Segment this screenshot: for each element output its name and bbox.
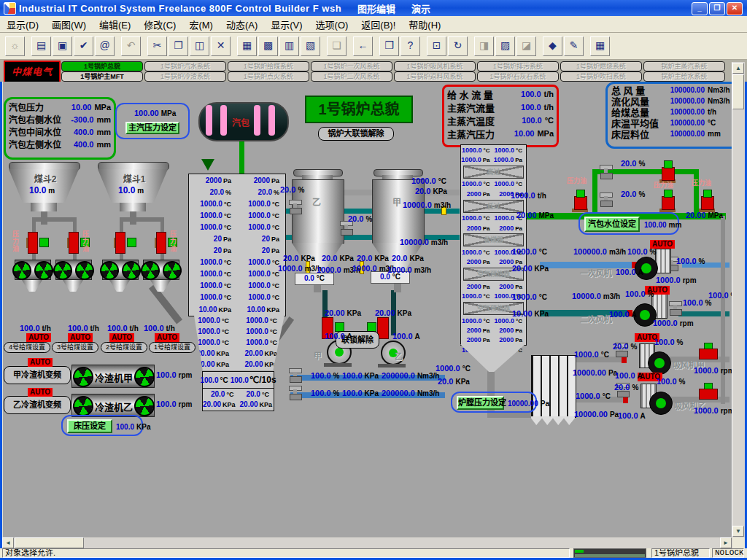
main-steam-pressure-setting-button[interactable]: 主汽压力设定 [125, 122, 179, 134]
value-label-32: 100000.0m3/h [573, 247, 626, 256]
value-label-61: 100.0t/h [144, 324, 175, 332]
coal-valve-2[interactable] [69, 232, 79, 254]
tab-1号锅炉点火系统[interactable]: 1号锅炉点火系统 [228, 71, 309, 82]
furnace-value: 1000.0°C [189, 270, 237, 278]
close-button[interactable]: ✕ [727, 2, 743, 15]
hand-valve-body [600, 201, 613, 207]
feedwater-valve-2[interactable] [662, 196, 675, 210]
scroll-down-icon[interactable]: ▼ [732, 526, 744, 537]
id-fan-valve-0[interactable] [699, 349, 718, 359]
tab-锅炉主蒸汽系统[interactable]: 锅炉主蒸汽系统 [643, 61, 725, 71]
tab-1号锅炉返料风系统[interactable]: 1号锅炉返料风系统 [394, 71, 476, 82]
slag-cooler-a-vfd-button[interactable]: 甲冷渣机变频 [4, 366, 71, 384]
auto-mode-badge-4: AUTO [28, 358, 53, 367]
tab-1号锅炉排污系统[interactable]: 1号锅炉排污系统 [477, 61, 559, 71]
menu-item-6[interactable]: 显示(V) [264, 16, 309, 33]
pressure-oil-label-3: 压力油 [567, 177, 587, 184]
bed-pressure-setting-button[interactable]: 床压设定 [67, 419, 112, 433]
menu-item-3[interactable]: 修改(C) [137, 16, 182, 33]
list-icon[interactable]: ▧ [301, 36, 320, 56]
select-area-icon[interactable]: ⊡ [427, 36, 446, 56]
drum-parameter-row-1: 汽包右侧水位-300.0mm [9, 113, 111, 125]
horizontal-scrollbar[interactable]: ◄ ► [2, 537, 732, 548]
menu-item-9[interactable]: 帮助(H) [402, 16, 447, 33]
id-fan-a[interactable] [648, 351, 671, 375]
baghouse-filter[interactable] [531, 355, 576, 418]
feeder-3-setting-button[interactable]: 3号给煤设置 [52, 342, 98, 353]
horizontal-scroll-thumb[interactable] [15, 537, 84, 548]
address-icon[interactable]: @ [95, 36, 115, 56]
table-edit-icon[interactable]: ▩ [258, 36, 278, 56]
tab-1号锅炉给煤系统[interactable]: 1号锅炉给煤系统 [228, 61, 309, 71]
minimize-button[interactable]: _ [692, 2, 708, 15]
feedwater-valve-3[interactable] [701, 196, 714, 210]
menu-item-2[interactable]: 编辑(E) [93, 16, 137, 33]
tab-1号锅炉吹扫系统[interactable]: 1号锅炉吹扫系统 [560, 71, 642, 82]
tab-1号锅炉一次风系统[interactable]: 1号锅炉一次风系统 [311, 61, 392, 71]
main-steam-pressure-setting-value: 100.00MPa [134, 109, 176, 117]
restore-button[interactable]: ❐ [709, 2, 725, 15]
columns-icon[interactable]: ▥ [279, 36, 299, 56]
furnace-row-5: 20Pa20Pa [189, 233, 285, 244]
grid-icon[interactable]: ▦ [590, 36, 610, 56]
coal-valve-1[interactable] [28, 232, 38, 254]
flag-icon[interactable]: ▨ [495, 36, 515, 56]
id-fan-valve-1[interactable] [699, 389, 718, 400]
scroll-right-icon[interactable]: ► [720, 537, 732, 548]
id-fan-b[interactable] [649, 392, 673, 415]
menu-item-5[interactable]: 动态(A) [220, 16, 264, 33]
vertical-scrollbar[interactable]: ▲ ▼ [732, 62, 745, 537]
scroll-left-icon[interactable]: ◄ [2, 537, 14, 548]
check-icon[interactable]: ✔ [74, 36, 93, 56]
steam-drum[interactable]: 汽包 [198, 102, 289, 141]
table-filter-icon[interactable]: ▦ [237, 36, 257, 56]
help-icon[interactable]: ? [400, 36, 420, 56]
titlebar-menu-demo[interactable]: 演示 [411, 1, 430, 15]
menu-item-7[interactable]: 选项(O) [309, 16, 355, 33]
tab-1号锅炉石灰石系统[interactable]: 1号锅炉石灰石系统 [477, 71, 559, 82]
feedwater-valve-0[interactable] [574, 196, 587, 210]
coal-valve-4[interactable] [156, 232, 166, 254]
tab-1号锅炉燃烧系统[interactable]: 1号锅炉燃烧系统 [560, 61, 642, 71]
tab-锅炉主给水系统[interactable]: 锅炉主给水系统 [643, 71, 725, 82]
refresh-icon[interactable]: ↻ [448, 36, 468, 56]
delete-icon[interactable]: ✕ [211, 36, 231, 56]
tab-1号锅炉汽水系统[interactable]: 1号锅炉汽水系统 [144, 61, 226, 71]
scroll-up-icon[interactable]: ▲ [732, 63, 744, 74]
save-icon[interactable]: ▣ [53, 36, 72, 56]
paint-icon[interactable]: ◆ [543, 36, 562, 56]
menu-item-1[interactable]: 画图(W) [45, 16, 93, 33]
cut-icon[interactable]: ✂ [147, 36, 167, 56]
titlebar-menu-graphics-edit[interactable]: 图形编辑 [357, 1, 395, 15]
paste-icon[interactable]: ◫ [190, 36, 209, 56]
back-icon[interactable]: ← [353, 36, 373, 56]
tab-1号锅炉主MFT[interactable]: 1号锅炉主MFT [61, 71, 143, 82]
feedwater-valve-1[interactable] [662, 167, 675, 181]
bed-pressure-setting-panel: 床压设定100.0KPa [61, 415, 143, 436]
menu-item-4[interactable]: 宏(M) [182, 16, 220, 33]
pens-icon[interactable]: ✎ [564, 36, 584, 56]
menu-item-0[interactable]: 显示(D) [0, 16, 45, 33]
tab-1号锅炉冷渣系统[interactable]: 1号锅炉冷渣系统 [144, 71, 226, 82]
tab-1号锅炉二次风系统[interactable]: 1号锅炉二次风系统 [311, 71, 392, 82]
feeder-1-setting-button[interactable]: 1号给煤设置 [149, 342, 196, 353]
tab-1号锅炉吸风机系统[interactable]: 1号锅炉吸风机系统 [394, 61, 476, 71]
coal-valve-3[interactable] [115, 232, 125, 254]
menu-item-8[interactable]: 返回(B)! [355, 16, 402, 33]
drum-level-setting-button[interactable]: 汽包水位设定 [584, 217, 640, 232]
boiler-interlock-release-button[interactable]: 锅炉大联锁解除 [318, 127, 394, 141]
value-label-0: 20.0% [280, 185, 304, 194]
tab-1号锅炉总貌[interactable]: 1号锅炉总貌 [61, 61, 143, 71]
furnace-lower-row-1: 1000.0°C1000.0°C [188, 326, 285, 337]
new-page-icon[interactable]: ▤ [31, 36, 51, 56]
furnace-lower-row-0: 1000.0°C1000.0°C [188, 315, 285, 326]
feeder-4-setting-button[interactable]: 4号给煤设置 [4, 342, 50, 353]
slag-cooler-b-vfd-button[interactable]: 乙冷渣机变频 [4, 396, 71, 414]
vertical-scroll-thumb[interactable] [732, 74, 744, 109]
print-icon[interactable]: ❒ [379, 36, 399, 56]
hand-valve-body [290, 208, 302, 214]
furnace-pressure-setting-button[interactable]: 炉膛压力设定 [457, 396, 504, 410]
furnace-value: 1000.0°C [189, 293, 237, 301]
feeder-2-setting-button[interactable]: 2号给煤设置 [101, 342, 147, 353]
copy-icon[interactable]: ❐ [169, 36, 188, 56]
